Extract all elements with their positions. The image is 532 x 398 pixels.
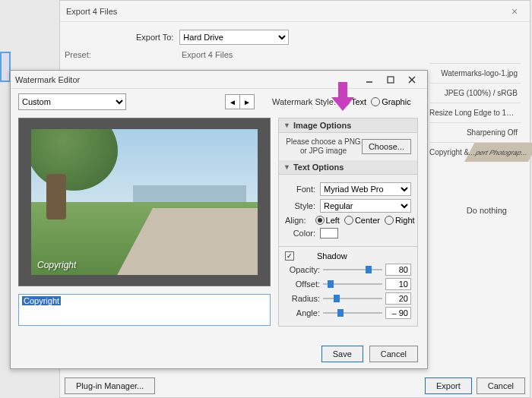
summary-filename: Watermarks-logo-1.jpg <box>429 63 521 83</box>
preset-label: Preset: <box>65 50 91 59</box>
font-select[interactable]: Myriad Web Pro <box>320 182 411 196</box>
filmstrip-thumb[interactable] <box>0 52 11 82</box>
align-center-radio[interactable] <box>344 216 353 225</box>
style-graphic-label: Graphic <box>382 97 411 106</box>
align-right-radio[interactable] <box>385 216 394 225</box>
preview-image: Copyright <box>31 129 258 275</box>
watermark-titlebar: Watermark Editor <box>11 71 427 89</box>
cancel-button[interactable]: Cancel <box>369 346 418 362</box>
offset-label: Offset: <box>285 280 320 289</box>
offset-value[interactable]: 10 <box>385 278 411 290</box>
angle-slider[interactable] <box>323 308 382 317</box>
plugin-manager-button[interactable]: Plug-in Manager... <box>65 377 155 394</box>
postprocessing-value: Do nothing <box>467 206 507 215</box>
shadow-header: Shadow <box>317 251 347 261</box>
radius-value[interactable]: 20 <box>385 292 411 305</box>
annotation-arrow-icon <box>331 82 354 112</box>
angle-label: Angle: <box>285 308 320 317</box>
prev-button[interactable]: ◄ <box>225 94 240 109</box>
align-label: Align: <box>285 216 306 225</box>
font-label: Font: <box>285 185 315 194</box>
text-options-header[interactable]: ▼ Text Options <box>279 160 417 175</box>
watermark-editor-dialog: Watermark Editor Custom ◄ ► Watermark St… <box>10 70 428 369</box>
opacity-label: Opacity: <box>285 265 320 274</box>
disclosure-triangle-icon: ▼ <box>283 163 290 171</box>
export-subtitle: Export 4 Files <box>182 50 233 59</box>
summary-sharpen: Sharpening Off <box>429 122 521 142</box>
watermark-nav-buttons: ◄ ► <box>225 94 254 109</box>
export-button[interactable]: Export <box>425 377 472 394</box>
export-to-select[interactable]: Hard Drive <box>179 30 289 45</box>
watermark-text-value: Copyright <box>22 296 61 305</box>
align-left-radio[interactable] <box>315 216 325 225</box>
watermark-preview: Copyright <box>18 118 271 286</box>
close-icon[interactable]: × <box>505 5 524 17</box>
watermark-preset-select[interactable]: Custom <box>18 93 126 110</box>
next-button[interactable]: ► <box>239 94 255 109</box>
export-to-row: Export To: Hard Drive <box>136 30 530 45</box>
shadow-checkbox[interactable]: ✓ <box>285 251 294 261</box>
watermark-footer: Save Cancel <box>321 346 418 362</box>
export-titlebar: Export 4 Files × <box>60 1 530 22</box>
watermark-options-panel: ▼ Image Options Please choose a PNG or J… <box>278 118 418 327</box>
close-button[interactable] <box>401 72 423 87</box>
opacity-value[interactable]: 80 <box>385 264 411 276</box>
color-label: Color: <box>285 229 315 238</box>
minimize-button[interactable] <box>359 72 380 87</box>
summary-resize: Resize Long Edge to 1200 pixels <box>429 103 521 122</box>
maximize-button[interactable] <box>380 72 401 87</box>
style-label: Style: <box>285 201 315 210</box>
summary-format: JPEG (100%) / sRGB <box>429 83 521 103</box>
svg-rect-1 <box>388 77 394 83</box>
watermark-style-label: Watermark Style: <box>272 97 336 106</box>
radius-label: Radius: <box>285 294 320 303</box>
watermark-text-input[interactable]: Copyright <box>18 294 271 326</box>
color-swatch[interactable] <box>320 228 338 238</box>
image-options-hint: Please choose a PNG or JPG image <box>285 137 362 156</box>
radius-slider[interactable] <box>323 294 382 303</box>
watermark-title: Watermark Editor <box>15 75 359 84</box>
angle-value[interactable]: – 90 <box>385 307 411 319</box>
export-footer: Plug-in Manager... Export Cancel <box>65 377 525 394</box>
disclosure-triangle-icon: ▼ <box>283 122 290 129</box>
opacity-slider[interactable] <box>323 265 382 274</box>
export-cancel-button[interactable]: Cancel <box>477 377 525 394</box>
offset-slider[interactable] <box>323 280 382 289</box>
export-summary: …pert Photography\Watermarks Watermarks-… <box>429 63 521 162</box>
image-options-header[interactable]: ▼ Image Options <box>279 118 417 133</box>
style-graphic-radio[interactable] <box>371 97 380 106</box>
summary-path: …pert Photography\Watermarks <box>464 142 532 162</box>
style-select[interactable]: Regular <box>320 199 411 213</box>
watermark-overlay-text: Copyright <box>37 260 76 270</box>
export-title: Export 4 Files <box>66 7 117 16</box>
export-to-label: Export To: <box>136 33 173 42</box>
choose-image-button[interactable]: Choose... <box>362 139 411 154</box>
watermark-top-row: Custom ◄ ► Watermark Style: Text Graphic <box>11 89 427 115</box>
save-button[interactable]: Save <box>321 346 363 362</box>
